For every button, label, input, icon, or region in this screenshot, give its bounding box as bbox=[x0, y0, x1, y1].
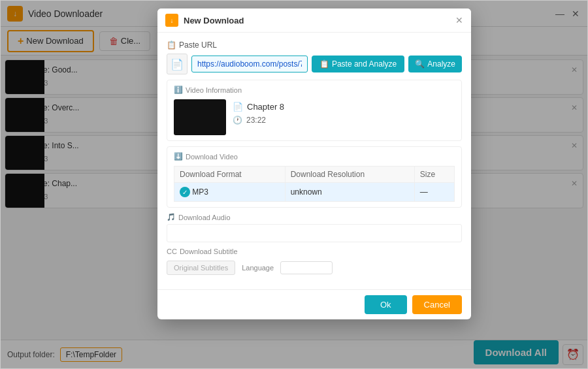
video-info-header: ℹ️ Video Information bbox=[174, 86, 455, 94]
video-title-row: 📄 Chapter 8 bbox=[233, 102, 284, 112]
modal-title-bar: ↓ New Download ✕ bbox=[157, 8, 471, 33]
modal-title: New Download bbox=[184, 16, 450, 25]
paste-icon: 📋 bbox=[319, 59, 329, 69]
audio-empty-area bbox=[167, 224, 462, 242]
ok-button[interactable]: Ok bbox=[365, 295, 407, 314]
video-details: 📄 Chapter 8 🕐 23:22 bbox=[233, 99, 284, 125]
cell-format: ✓ MP3 bbox=[174, 183, 286, 202]
download-subtitle-section: CC Download Subtitle Original Subtitles … bbox=[167, 248, 462, 275]
modal-body: 📋 Paste URL 📄 📋 Paste and Analyze 🔍 Anal… bbox=[157, 33, 471, 289]
original-subtitles-button[interactable]: Original Subtitles bbox=[167, 261, 235, 275]
video-thumbnail bbox=[174, 99, 226, 135]
info-icon: ℹ️ bbox=[174, 86, 183, 94]
modal-logo: ↓ bbox=[165, 14, 178, 27]
app-window: ↓ Video Downloader — ✕ + New Download 🗑 … bbox=[0, 0, 588, 369]
document-icon: 📄 bbox=[233, 102, 243, 112]
video-duration: 23:22 bbox=[246, 116, 266, 125]
music-icon: 🎵 bbox=[167, 213, 176, 221]
video-info-row: 📄 Chapter 8 🕐 23:22 bbox=[174, 99, 455, 135]
modal-close-button[interactable]: ✕ bbox=[455, 15, 463, 25]
modal-overlay: ↓ New Download ✕ 📋 Paste URL 📄 📋 Past bbox=[1, 1, 587, 368]
clipboard-icon: 📋 bbox=[167, 40, 176, 50]
analyze-button[interactable]: 🔍 Analyze bbox=[408, 56, 462, 72]
modal-footer: Ok Cancel bbox=[157, 289, 471, 319]
paste-and-analyze-button[interactable]: 📋 Paste and Analyze bbox=[312, 56, 404, 72]
cell-resolution: unknown bbox=[285, 183, 414, 202]
download-table: Download Format Download Resolution Size bbox=[174, 166, 455, 202]
language-label: Language bbox=[242, 264, 274, 272]
download-icon: ⬇️ bbox=[174, 152, 183, 161]
video-title: Chapter 8 bbox=[247, 102, 284, 112]
download-video-header: ⬇️ Download Video bbox=[174, 152, 455, 161]
video-duration-row: 🕐 23:22 bbox=[233, 116, 284, 125]
download-video-section: ⬇️ Download Video Download Format Downlo… bbox=[167, 146, 462, 208]
paste-url-label: 📋 Paste URL bbox=[167, 40, 462, 50]
search-icon: 🔍 bbox=[415, 59, 425, 69]
cell-size: — bbox=[414, 183, 454, 202]
video-info-section: ℹ️ Video Information 📄 Chapter 8 🕐 bbox=[167, 80, 462, 141]
col-size: Size bbox=[414, 167, 454, 183]
col-resolution: Download Resolution bbox=[285, 167, 414, 183]
table-row[interactable]: ✓ MP3 unknown — bbox=[174, 183, 455, 202]
new-download-modal: ↓ New Download ✕ 📋 Paste URL 📄 📋 Past bbox=[157, 8, 471, 319]
subtitle-section-header: CC Download Subtitle bbox=[167, 248, 462, 255]
cc-icon: CC bbox=[167, 248, 177, 255]
clock-icon: 🕐 bbox=[233, 116, 242, 125]
subtitle-row: Original Subtitles Language bbox=[167, 261, 462, 275]
language-select[interactable] bbox=[280, 261, 333, 274]
url-row: 📄 📋 Paste and Analyze 🔍 Analyze bbox=[167, 54, 462, 74]
download-audio-section: 🎵 Download Audio bbox=[167, 213, 462, 242]
cancel-button[interactable]: Cancel bbox=[412, 295, 462, 314]
url-input[interactable] bbox=[191, 56, 308, 72]
url-icon: 📄 bbox=[167, 54, 188, 74]
check-icon: ✓ bbox=[180, 187, 190, 197]
audio-section-header: 🎵 Download Audio bbox=[167, 213, 462, 221]
col-format: Download Format bbox=[174, 167, 286, 183]
